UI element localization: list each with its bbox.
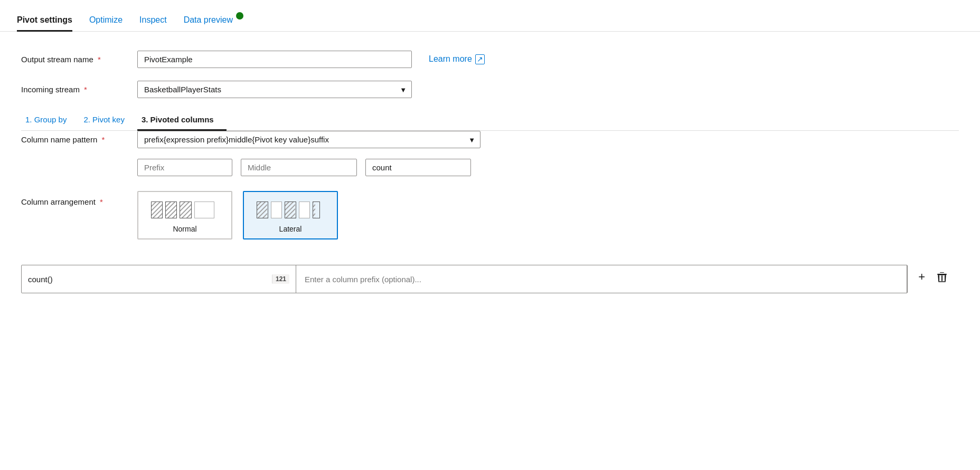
normal-hatch-2 <box>165 202 177 218</box>
top-tab-bar: Pivot settings Optimize Inspect Data pre… <box>0 0 980 32</box>
output-stream-input[interactable] <box>137 51 412 68</box>
incoming-stream-select-wrapper: BasketballPlayerStats ▼ <box>137 81 412 98</box>
external-link-icon: ↗ <box>475 54 485 64</box>
output-stream-label: Output stream name * <box>21 55 137 64</box>
svg-rect-2 <box>941 275 943 281</box>
incoming-required: * <box>84 85 87 94</box>
incoming-stream-select[interactable]: BasketballPlayerStats <box>137 81 412 98</box>
bottom-actions: + <box>908 268 959 286</box>
column-arrangement-label: Column arrangement * <box>21 191 137 206</box>
lateral-plain-1 <box>271 202 282 218</box>
tab-pivot-settings[interactable]: Pivot settings <box>17 15 72 32</box>
expression-section: count() 121 <box>22 265 296 293</box>
output-stream-row: Output stream name * Learn more ↗ <box>21 51 959 68</box>
output-required: * <box>98 55 101 64</box>
subtab-pivoted-columns[interactable]: 3. Pivoted columns <box>137 111 227 131</box>
column-arrangement-required: * <box>100 197 103 206</box>
column-name-pattern-required: * <box>101 135 105 144</box>
normal-hatch-1 <box>151 202 163 218</box>
column-prefix-input[interactable] <box>296 265 907 293</box>
incoming-stream-row: Incoming stream * BasketballPlayerStats … <box>21 81 959 98</box>
middle-input[interactable] <box>241 159 357 176</box>
incoming-stream-label: Incoming stream * <box>21 85 137 94</box>
normal-pattern-visual <box>151 199 214 220</box>
normal-plain <box>194 202 214 218</box>
prefix-middle-suffix-row <box>137 159 959 176</box>
trash-icon <box>936 271 948 283</box>
lateral-hatch-1 <box>257 202 268 218</box>
bottom-bar-container: count() 121 + <box>21 261 959 293</box>
arrangement-options: Normal Lateral <box>137 191 338 239</box>
sub-tab-bar: 1. Group by 2. Pivot key 3. Pivoted colu… <box>21 111 959 131</box>
tab-optimize[interactable]: Optimize <box>89 15 123 32</box>
learn-more-link[interactable]: Learn more ↗ <box>429 54 485 64</box>
subtab-group-by[interactable]: 1. Group by <box>21 111 79 131</box>
prefix-input[interactable] <box>137 159 232 176</box>
delete-button[interactable] <box>934 268 950 285</box>
main-content: Output stream name * Learn more ↗ Incomi… <box>0 32 980 314</box>
arrangement-lateral[interactable]: Lateral <box>243 191 338 239</box>
data-preview-dot <box>236 12 243 20</box>
add-button[interactable]: + <box>916 268 927 286</box>
lateral-plain-2 <box>299 202 310 218</box>
column-name-pattern-row: Column name pattern * prefix{expression … <box>21 131 959 148</box>
column-arrangement-row: Column arrangement * Normal <box>21 191 959 239</box>
column-name-pattern-select-wrapper: prefix{expression prefix}middle{Pivot ke… <box>137 131 480 148</box>
tab-data-preview[interactable]: Data preview <box>184 12 243 32</box>
normal-hatch-3 <box>180 202 191 218</box>
normal-label: Normal <box>151 225 219 233</box>
expression-badge: 121 <box>272 274 289 284</box>
pivoted-columns-section: Column name pattern * prefix{expression … <box>21 131 959 293</box>
column-name-pattern-label: Column name pattern * <box>21 135 137 144</box>
lateral-hatch-2 <box>285 202 296 218</box>
lateral-label: Lateral <box>257 225 324 233</box>
suffix-input[interactable] <box>365 159 471 176</box>
column-name-pattern-select[interactable]: prefix{expression prefix}middle{Pivot ke… <box>137 131 480 148</box>
arrangement-normal[interactable]: Normal <box>137 191 232 239</box>
bottom-bar: count() 121 <box>21 265 908 293</box>
expression-text: count() <box>28 275 268 284</box>
lateral-hatch-3 <box>313 202 320 218</box>
lateral-pattern-visual <box>257 199 320 220</box>
tab-inspect[interactable]: Inspect <box>139 15 167 32</box>
subtab-pivot-key[interactable]: 2. Pivot key <box>79 111 137 131</box>
